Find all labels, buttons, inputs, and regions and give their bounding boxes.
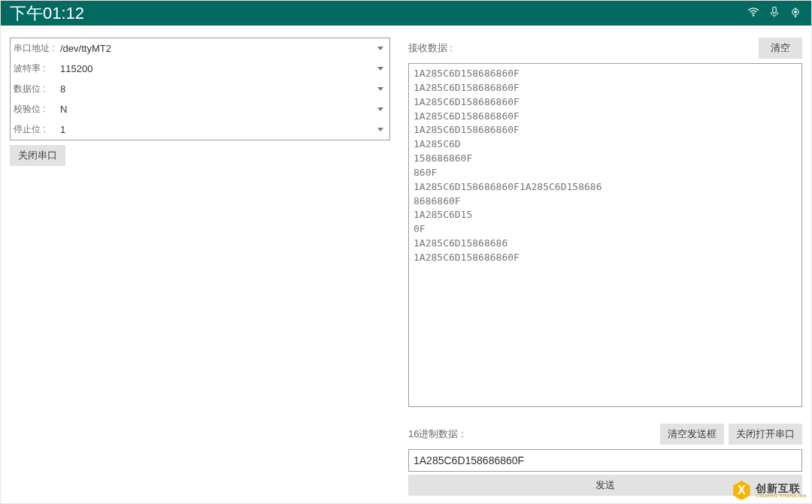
chevron-down-icon: [377, 128, 383, 131]
android-status-bar: 下午01:12: [1, 1, 811, 26]
mic-icon: [768, 4, 781, 23]
close-serial-button[interactable]: 关闭串口: [10, 145, 65, 166]
data-bits-value: 8: [57, 83, 377, 95]
serial-address-dropdown[interactable]: 串口地址 : /dev/ttyMT2: [11, 38, 389, 59]
serial-config-box: 串口地址 : /dev/ttyMT2 波特率 : 115200 数据位 : 8 …: [10, 38, 390, 140]
svg-point-0: [753, 14, 754, 16]
receive-header: 接收数据 : 清空: [408, 38, 802, 59]
chevron-down-icon: [377, 87, 383, 91]
toggle-serial-button[interactable]: 关闭打开串口: [729, 424, 802, 445]
hex-data-label: 16进制数据 :: [408, 427, 464, 441]
chevron-down-icon: [377, 47, 383, 50]
data-bits-dropdown[interactable]: 数据位 : 8: [11, 79, 389, 99]
svg-point-3: [794, 11, 796, 13]
hex-send-input[interactable]: [408, 449, 802, 472]
send-header: 16进制数据 : 清空发送框 关闭打开串口: [408, 424, 802, 445]
app-content: 串口地址 : /dev/ttyMT2 波特率 : 115200 数据位 : 8 …: [1, 26, 811, 504]
chevron-down-icon: [377, 67, 383, 71]
data-panel: 接收数据 : 清空 1A285C6D158686860F 1A285C6D158…: [399, 26, 811, 504]
stop-bits-label: 停止位 :: [14, 123, 57, 136]
stop-bits-dropdown[interactable]: 停止位 : 1: [11, 119, 389, 140]
send-button[interactable]: 发送: [408, 475, 802, 496]
baud-rate-label: 波特率 :: [14, 62, 57, 75]
parity-label: 校验位 :: [14, 103, 57, 116]
stop-bits-value: 1: [57, 124, 377, 135]
camera-icon: [789, 4, 802, 23]
wifi-icon: [747, 4, 760, 23]
receive-data-label: 接收数据 :: [408, 41, 453, 55]
serial-address-value: /dev/ttyMT2: [57, 43, 377, 54]
receive-data-box[interactable]: 1A285C6D158686860F 1A285C6D158686860F 1A…: [408, 63, 802, 407]
parity-dropdown[interactable]: 校验位 : N: [11, 99, 389, 119]
data-bits-label: 数据位 :: [14, 83, 57, 95]
clear-send-button[interactable]: 清空发送框: [660, 424, 724, 445]
status-bar-icons: [747, 4, 802, 23]
serial-config-panel: 串口地址 : /dev/ttyMT2 波特率 : 115200 数据位 : 8 …: [1, 26, 399, 504]
status-bar-time: 下午01:12: [10, 2, 84, 25]
clear-receive-button[interactable]: 清空: [759, 38, 802, 59]
svg-rect-1: [773, 7, 777, 13]
serial-address-label: 串口地址 :: [14, 42, 57, 55]
chevron-down-icon: [377, 107, 383, 111]
parity-value: N: [57, 104, 377, 115]
baud-rate-dropdown[interactable]: 波特率 : 115200: [11, 59, 389, 79]
baud-rate-value: 115200: [57, 63, 377, 74]
